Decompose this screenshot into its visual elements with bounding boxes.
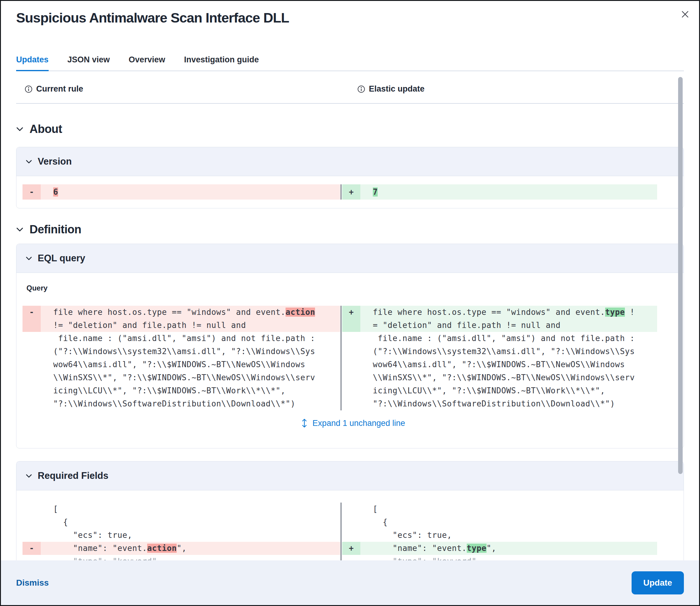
tab-overview[interactable]: Overview <box>129 55 165 71</box>
diff-gutter <box>342 397 360 411</box>
diff-line: +7 <box>342 184 657 200</box>
diff-line: { <box>23 516 340 529</box>
close-icon[interactable] <box>680 9 691 20</box>
diff-line: +file where host.os.type == "windows" an… <box>342 306 657 319</box>
diff-line: "?:\\Windows\\SoftwareDistribution\\Down… <box>23 397 340 411</box>
chevron-down-icon <box>16 227 23 232</box>
diff-line: [ <box>23 503 340 516</box>
query-label: Query <box>23 273 683 293</box>
chevron-down-icon <box>16 126 23 132</box>
diff-gutter <box>342 319 360 332</box>
diff-line: icing\\LCU\\*", "?:\\$WINDOWS.~BT\\Work\… <box>23 384 340 397</box>
definition-section-toggle[interactable]: Definition <box>16 222 684 237</box>
diff-gutter <box>342 332 360 345</box>
info-icon[interactable] <box>25 85 32 93</box>
update-button[interactable]: Update <box>632 571 684 595</box>
chevron-down-icon <box>26 256 32 261</box>
diff-line: + "name": "event.type", <box>342 542 657 555</box>
diff-line: wow64\\amsi.dll", "?:\\$WINDOWS.~BT\\New… <box>342 358 657 371</box>
diff-line: wow64\\amsi.dll", "?:\\$WINDOWS.~BT\\New… <box>23 358 340 371</box>
expand-vertical-icon <box>301 418 308 428</box>
required-fields-accordion-header[interactable]: Required Fields <box>17 462 683 490</box>
diff-line: - "name": "event.action", <box>23 542 340 555</box>
diff-line: icing\\LCU\\*", "?:\\$WINDOWS.~BT\\Work\… <box>342 384 657 397</box>
tab-bar: Updates JSON view Overview Investigation… <box>16 55 684 71</box>
expand-unchanged-button[interactable]: Expand 1 unchanged line <box>23 418 683 428</box>
diff-gutter: + <box>342 306 360 319</box>
page-title: Suspicious Antimalware Scan Interface DL… <box>16 10 684 26</box>
diff-gutter: - <box>23 542 41 555</box>
diff-gutter <box>23 529 41 542</box>
diff-line: [ <box>342 503 657 516</box>
diff-column-left: -6 <box>23 184 340 200</box>
diff-gutter: - <box>23 184 41 200</box>
diff-line: "ecs": true, <box>23 529 340 542</box>
diff-column-separator <box>341 184 341 200</box>
diff-line: file.name : ("amsi.dll", "amsi") and not… <box>342 332 657 345</box>
scrollbar-thumb[interactable] <box>678 77 683 474</box>
diff-column-right: +file where host.os.type == "windows" an… <box>342 306 657 411</box>
eql-query-diff: -file where host.os.type == "windows" an… <box>23 306 683 411</box>
tab-updates[interactable]: Updates <box>16 55 49 71</box>
version-panel: Version -6+7 <box>16 147 684 208</box>
diff-line: = "deletion" and file.path != null and <box>342 319 657 332</box>
dismiss-button[interactable]: Dismiss <box>16 578 49 588</box>
diff-column-left: [ { "ecs": true,- "name": "event.action"… <box>23 503 340 562</box>
tab-json-view[interactable]: JSON view <box>68 55 110 71</box>
diff-line: "ecs": true, <box>342 529 657 542</box>
eql-query-accordion-header[interactable]: EQL query <box>17 244 683 273</box>
diff-gutter <box>342 345 360 358</box>
diff-gutter <box>342 371 360 384</box>
diff-gutter <box>23 319 41 332</box>
diff-scroll-area[interactable]: Current rule Elastic update About Versio… <box>1 74 699 562</box>
diff-column-separator <box>341 306 341 411</box>
diff-gutter <box>23 384 41 397</box>
diff-column-right: +7 <box>342 184 657 200</box>
diff-line: ("?:\\Windows\\system32\\amsi.dll", "?:\… <box>23 345 340 358</box>
version-diff: -6+7 <box>23 184 683 200</box>
diff-gutter: - <box>23 306 41 319</box>
chevron-down-icon <box>26 474 32 478</box>
diff-gutter <box>23 503 41 516</box>
diff-gutter <box>342 503 360 516</box>
diff-line: -6 <box>23 184 340 200</box>
diff-gutter <box>23 397 41 411</box>
required-fields-panel: Required Fields [ { "ecs": true,- "name"… <box>16 461 684 562</box>
current-rule-column-header: Current rule <box>25 84 83 94</box>
diff-gutter <box>23 516 41 529</box>
diff-line: -file where host.os.type == "windows" an… <box>23 306 340 319</box>
diff-line: \\WinSXS\\*", "?:\\$WINDOWS.~BT\\NewOS\\… <box>342 371 657 384</box>
diff-line: "?:\\Windows\\SoftwareDistribution\\Down… <box>342 397 657 411</box>
diff-gutter <box>23 371 41 384</box>
diff-gutter <box>342 358 360 371</box>
diff-gutter: + <box>342 542 360 555</box>
diff-gutter <box>342 516 360 529</box>
diff-gutter: + <box>342 184 360 200</box>
diff-line: { <box>342 516 657 529</box>
diff-gutter <box>23 345 41 358</box>
diff-gutter <box>23 332 41 345</box>
dialog-header: Suspicious Antimalware Scan Interface DL… <box>1 1 699 71</box>
diff-column-right: [ { "ecs": true,+ "name": "event.type", … <box>342 503 657 562</box>
diff-column-left: -file where host.os.type == "windows" an… <box>23 306 340 411</box>
dialog-footer: Dismiss Update <box>1 560 699 605</box>
tab-investigation-guide[interactable]: Investigation guide <box>184 55 259 71</box>
elastic-update-column-header: Elastic update <box>357 84 425 94</box>
diff-column-headers: Current rule Elastic update <box>16 74 684 104</box>
diff-line: \\WinSXS\\*", "?:\\$WINDOWS.~BT\\NewOS\\… <box>23 371 340 384</box>
required-fields-diff: [ { "ecs": true,- "name": "event.action"… <box>23 503 683 562</box>
diff-line: file.name : ("amsi.dll", "amsi") and not… <box>23 332 340 345</box>
rule-update-dialog: { "dialog": { "title": "Suspicious Antim… <box>0 0 700 606</box>
eql-query-panel: EQL query Query -file where host.os.type… <box>16 244 684 448</box>
info-icon[interactable] <box>357 85 365 93</box>
diff-line: != "deletion" and file.path != null and <box>23 319 340 332</box>
diff-gutter <box>23 358 41 371</box>
diff-line: ("?:\\Windows\\system32\\amsi.dll", "?:\… <box>342 345 657 358</box>
diff-gutter <box>342 384 360 397</box>
version-accordion-header[interactable]: Version <box>17 147 683 176</box>
about-section-toggle[interactable]: About <box>16 121 684 137</box>
diff-column-separator <box>341 503 341 562</box>
chevron-down-icon <box>26 159 32 164</box>
diff-gutter <box>342 529 360 542</box>
